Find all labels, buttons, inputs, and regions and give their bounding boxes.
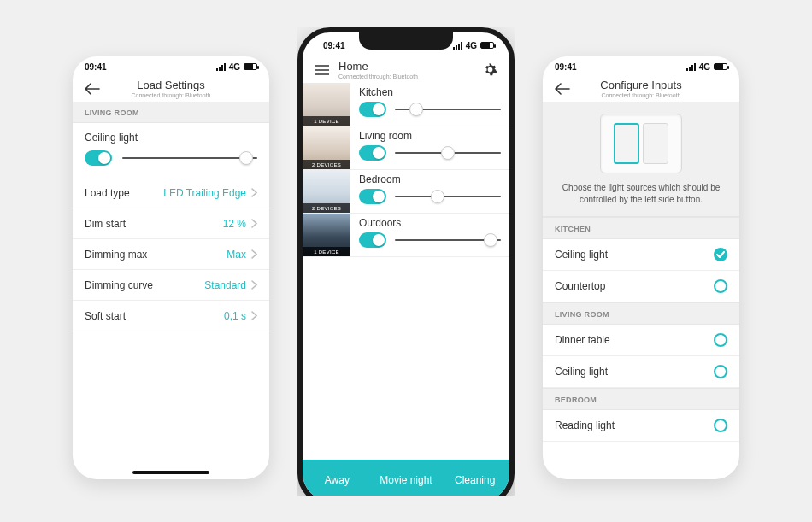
setting-value: LED Trailing Edge: [163, 187, 257, 199]
setting-value: 0,1 s: [224, 310, 257, 322]
battery-icon: [714, 63, 727, 70]
section-header-living-room: LIVING ROOM: [73, 102, 269, 123]
radio-icon: [714, 419, 727, 432]
option-label: Reading light: [555, 419, 615, 431]
input-option-row[interactable]: Countertop: [543, 271, 739, 302]
status-bar: 09:41 4G: [303, 32, 509, 58]
phone-home-wrap: 09:41 4G Home Connected through: Bluetoo…: [297, 27, 515, 496]
slider-knob[interactable]: [239, 151, 253, 165]
wall-switch-illustration: [600, 114, 682, 173]
room-thumbnail[interactable]: 2 DEVICES: [303, 170, 350, 213]
setting-value: Standard: [204, 279, 257, 291]
room-toggle[interactable]: [359, 232, 386, 248]
ceiling-light-controls: [73, 144, 269, 178]
scenes-bar: Away Movie night Cleaning: [303, 460, 509, 496]
section-header: KITCHEN: [543, 217, 739, 239]
radio-icon: [714, 365, 727, 378]
status-right: 4G: [686, 62, 727, 72]
device-count-badge: 1 DEVICE: [303, 116, 350, 126]
slider-knob[interactable]: [484, 233, 497, 247]
home-indicator: [132, 471, 209, 474]
option-label: Dinner table: [555, 334, 610, 346]
room-slider[interactable]: [395, 109, 501, 110]
menu-button[interactable]: [313, 61, 332, 79]
back-button[interactable]: [83, 79, 102, 98]
control-label: Ceiling light: [85, 132, 257, 144]
header: Load Settings Connected through: Bluetoo…: [73, 77, 269, 102]
ceiling-light-slider[interactable]: [122, 157, 257, 159]
input-option-row[interactable]: Reading light: [543, 410, 739, 442]
switch-left-button[interactable]: [614, 123, 639, 164]
room-toggle[interactable]: [359, 145, 386, 161]
check-icon: [714, 248, 727, 261]
room-row: 1 DEVICEOutdoors: [303, 214, 509, 257]
network-label: 4G: [466, 41, 477, 50]
room-name: Living room: [359, 130, 501, 142]
input-option-row[interactable]: Ceiling light: [543, 356, 739, 388]
section-header: LIVING ROOM: [543, 302, 739, 325]
device-count-badge: 2 DEVICES: [303, 203, 350, 213]
signal-icon: [216, 63, 226, 71]
device-count-badge: 1 DEVICE: [303, 247, 350, 256]
room-name: Kitchen: [359, 86, 501, 98]
setting-row[interactable]: Dimming maxMax: [73, 239, 269, 270]
hamburger-icon: [315, 65, 329, 75]
page-title: Configure Inputs: [572, 79, 710, 91]
input-option-row[interactable]: Ceiling light: [543, 239, 739, 271]
setting-label: Soft start: [85, 310, 126, 322]
setting-label: Dimming max: [85, 249, 147, 261]
room-slider[interactable]: [395, 196, 501, 197]
status-time: 09:41: [85, 62, 107, 72]
scene-cleaning[interactable]: Cleaning: [440, 474, 509, 486]
scene-away[interactable]: Away: [303, 474, 372, 486]
hero: Choose the light sources which should be…: [543, 102, 739, 217]
network-label: 4G: [699, 62, 710, 72]
status-bar: 09:41 4G: [73, 56, 269, 77]
setting-label: Dim start: [85, 218, 126, 230]
setting-row[interactable]: Load typeLED Trailing Edge: [73, 178, 269, 208]
input-option-row[interactable]: Dinner table: [543, 325, 739, 356]
status-time: 09:41: [555, 62, 577, 72]
setting-row[interactable]: Dim start12 %: [73, 208, 269, 239]
signal-icon: [686, 63, 696, 71]
room-slider[interactable]: [395, 152, 501, 154]
phone-home: 09:41 4G Home Connected through: Bluetoo…: [297, 27, 515, 496]
chevron-right-icon: [251, 249, 257, 259]
ceiling-light-toggle[interactable]: [85, 150, 112, 166]
slider-knob[interactable]: [441, 146, 455, 160]
page-subtitle: Connected through: Bluetooth: [572, 92, 710, 98]
ceiling-light-block: Ceiling light: [73, 123, 269, 144]
room-thumbnail[interactable]: 1 DEVICE: [303, 214, 350, 256]
switch-right-button[interactable]: [643, 123, 668, 164]
room-slider[interactable]: [395, 239, 501, 241]
room-toggle[interactable]: [359, 102, 386, 117]
room-row: 2 DEVICESLiving room: [303, 126, 509, 170]
arrow-left-icon: [555, 83, 570, 95]
phone-configure-inputs: 09:41 4G Configure Inputs Connected thro…: [543, 56, 739, 479]
page-title: Load Settings: [102, 79, 240, 91]
section-header: BEDROOM: [543, 388, 739, 410]
slider-knob[interactable]: [431, 190, 444, 203]
status-time: 09:41: [323, 41, 345, 50]
option-label: Ceiling light: [555, 366, 608, 378]
room-row: 2 DEVICESBedroom: [303, 170, 509, 214]
radio-icon: [714, 279, 727, 293]
setting-value: Max: [227, 249, 257, 261]
page-subtitle: Connected through: Bluetooth: [338, 73, 480, 79]
option-label: Countertop: [555, 280, 605, 292]
room-row: 1 DEVICEKitchen: [303, 83, 509, 126]
scene-movie-night[interactable]: Movie night: [372, 474, 441, 486]
room-name: Bedroom: [359, 173, 501, 185]
slider-knob[interactable]: [409, 103, 423, 116]
setting-row[interactable]: Soft start0,1 s: [73, 301, 269, 331]
header: Home Connected through: Bluetooth: [303, 58, 509, 83]
room-name: Outdoors: [359, 217, 501, 229]
room-thumbnail[interactable]: 2 DEVICES: [303, 126, 350, 169]
room-toggle[interactable]: [359, 189, 386, 204]
status-right: 4G: [453, 41, 494, 50]
settings-button[interactable]: [480, 61, 499, 79]
back-button[interactable]: [553, 79, 572, 98]
room-thumbnail[interactable]: 1 DEVICE: [303, 83, 350, 126]
status-right: 4G: [216, 62, 257, 72]
setting-row[interactable]: Dimming curveStandard: [73, 270, 269, 301]
